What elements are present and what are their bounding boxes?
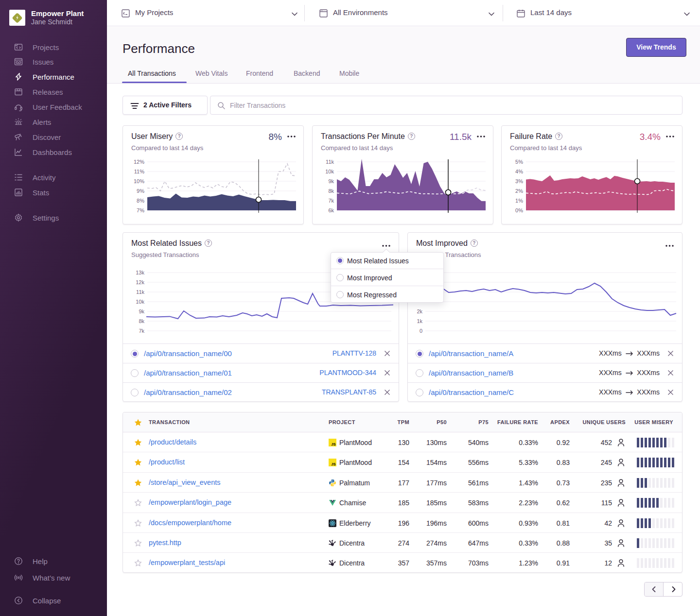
svg-text:8%: 8% <box>137 198 144 204</box>
svg-text:2%: 2% <box>515 188 523 194</box>
svg-text:2k: 2k <box>417 308 422 314</box>
svg-text:7k: 7k <box>139 328 144 334</box>
svg-text:0: 0 <box>420 328 422 334</box>
svg-text:11%: 11% <box>134 169 144 174</box>
svg-text:3%: 3% <box>515 178 523 184</box>
svg-text:7%: 7% <box>137 207 144 213</box>
svg-text:12%: 12% <box>134 159 144 165</box>
svg-text:9k: 9k <box>328 178 334 184</box>
svg-text:8k: 8k <box>328 188 334 194</box>
svg-text:7k: 7k <box>328 198 334 204</box>
svg-text:10k: 10k <box>136 299 144 305</box>
svg-text:5%: 5% <box>515 159 523 165</box>
svg-text:10k: 10k <box>325 169 334 174</box>
svg-text:11k: 11k <box>136 289 144 295</box>
svg-text:JS: JS <box>331 462 335 466</box>
svg-text:11k: 11k <box>326 159 334 165</box>
svg-text:10%: 10% <box>134 178 144 184</box>
svg-text:1%: 1% <box>515 198 523 204</box>
svg-text:4%: 4% <box>515 169 523 174</box>
svg-text:13k: 13k <box>136 270 144 275</box>
svg-text:8k: 8k <box>139 318 144 324</box>
svg-text:1k: 1k <box>417 318 422 324</box>
svg-text:6k: 6k <box>328 207 334 213</box>
svg-text:0%: 0% <box>515 207 523 213</box>
svg-text:9%: 9% <box>137 188 144 194</box>
svg-text:12k: 12k <box>136 279 144 285</box>
svg-text:9k: 9k <box>139 308 144 314</box>
svg-text:JS: JS <box>331 442 335 446</box>
